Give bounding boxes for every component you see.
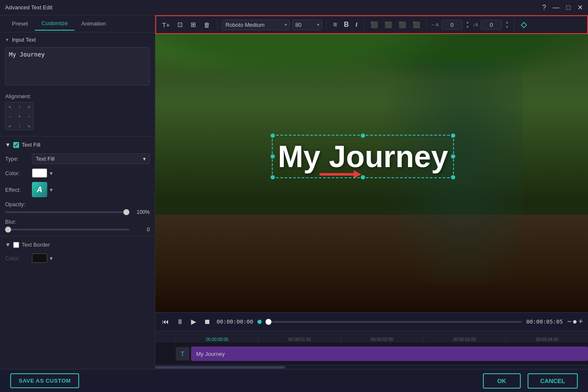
opacity-row: Opacity: 100% bbox=[0, 199, 155, 217]
blur-slider[interactable] bbox=[5, 229, 129, 230]
play-button[interactable]: ▶ bbox=[189, 316, 198, 327]
color-picker-button[interactable]: ◇ bbox=[519, 18, 529, 31]
help-button[interactable]: ? bbox=[542, 4, 546, 11]
handle-top-mid[interactable] bbox=[361, 134, 365, 138]
bold-button[interactable]: B bbox=[342, 19, 351, 30]
zoom-in-button[interactable]: + bbox=[578, 317, 583, 326]
timeline-progress-bar[interactable] bbox=[266, 321, 522, 323]
handle-bot-left[interactable] bbox=[271, 175, 275, 179]
total-time-display: 00:00:05:05 bbox=[526, 318, 563, 325]
type-select[interactable]: Text Fill ▾ bbox=[32, 153, 150, 164]
effect-dropdown-icon[interactable]: ▾ bbox=[50, 187, 53, 193]
preview-text-wrapper[interactable]: My Journey bbox=[272, 135, 454, 178]
text-fill-checkbox[interactable] bbox=[13, 142, 19, 148]
input-text-label: Input Text bbox=[12, 37, 36, 43]
divider-2 bbox=[0, 236, 155, 236]
align-top-center[interactable]: ↑ bbox=[15, 102, 24, 112]
align-center-button[interactable]: ⬛ bbox=[382, 20, 394, 30]
scroll-thumb[interactable] bbox=[155, 366, 285, 369]
input-text-field[interactable]: My Journey bbox=[5, 47, 150, 85]
opacity-slider-container: 100% bbox=[5, 209, 150, 215]
right-panel: T+ ⊡ ⊞ 🗑 Roboto Medium ▾ 80 ▾ ≡ bbox=[155, 15, 588, 369]
alignment-section: Alignment: ↖ ↑ ↗ ← + → ↙ ↓ ↘ bbox=[0, 91, 155, 134]
timeline-thumb[interactable] bbox=[265, 319, 271, 325]
add-text-button[interactable]: T+ bbox=[160, 20, 172, 30]
zoom-out-button[interactable]: − bbox=[567, 317, 572, 326]
align-bot-right[interactable]: ↘ bbox=[24, 121, 34, 131]
blur-label: Blur: bbox=[5, 219, 150, 225]
tab-customize[interactable]: Customize bbox=[35, 17, 74, 31]
cancel-button[interactable]: CANCEL bbox=[528, 373, 578, 389]
delete-button[interactable]: 🗑 bbox=[201, 20, 213, 30]
text-fill-label: Text Fill bbox=[22, 142, 40, 148]
timeline-scrollbar[interactable] bbox=[155, 365, 588, 369]
input-text-header[interactable]: ▼ Input Text bbox=[0, 32, 155, 45]
title-bar-controls: ? — □ ✕ bbox=[542, 3, 583, 11]
align-bot-left[interactable]: ↙ bbox=[6, 121, 15, 131]
align-mid-left[interactable]: ← bbox=[6, 112, 15, 121]
effect-preview[interactable]: A bbox=[32, 182, 47, 197]
blur-value: 0 bbox=[133, 227, 150, 233]
track-clip-label: My Journey bbox=[196, 351, 225, 357]
handle-top-left[interactable] bbox=[271, 134, 275, 138]
align-left-button[interactable]: ⬛ bbox=[368, 20, 380, 30]
color-label: Color: bbox=[5, 170, 29, 176]
minimize-button[interactable]: — bbox=[553, 4, 559, 11]
maximize-button[interactable]: □ bbox=[566, 4, 571, 11]
line-spacing-up[interactable]: ▲ bbox=[505, 20, 510, 25]
tab-preset[interactable]: Preset bbox=[5, 17, 35, 30]
handle-mid-left[interactable] bbox=[271, 154, 275, 159]
effect-row: Effect: A ▾ bbox=[0, 180, 155, 199]
text-border-checkbox[interactable] bbox=[13, 242, 19, 248]
char-spacing-down[interactable]: ▼ bbox=[465, 25, 470, 29]
type-label: Type: bbox=[5, 156, 29, 162]
save-as-custom-button[interactable]: SAVE AS CUSTOM bbox=[10, 373, 79, 388]
transform-button[interactable]: ⊡ bbox=[175, 19, 186, 30]
border-dropdown-icon[interactable]: ▾ bbox=[50, 255, 53, 261]
color-row: Color: ▾ bbox=[0, 166, 155, 180]
tab-animation[interactable]: Animation bbox=[74, 17, 113, 30]
blur-slider-container: 0 bbox=[5, 227, 150, 233]
align-mid-center[interactable]: + bbox=[15, 112, 24, 121]
preview-text: My Journey bbox=[278, 139, 448, 174]
track-type-icon: T bbox=[176, 347, 189, 361]
line-spacing-down[interactable]: ▼ bbox=[505, 25, 510, 29]
align-justify-button[interactable]: ⬛ bbox=[411, 20, 422, 30]
step-back-button[interactable]: ⏸ bbox=[175, 316, 185, 327]
align-top-left[interactable]: ↖ bbox=[6, 102, 15, 112]
opacity-slider[interactable] bbox=[5, 211, 129, 213]
border-color-swatch[interactable] bbox=[32, 253, 47, 263]
text-fill-header[interactable]: ▼ Text Fill bbox=[0, 138, 155, 151]
track-clip[interactable]: My Journey bbox=[191, 347, 588, 361]
align-top-right[interactable]: ↗ bbox=[24, 102, 34, 112]
color-dropdown-icon[interactable]: ▾ bbox=[50, 170, 53, 176]
italic-button[interactable]: I bbox=[354, 20, 360, 30]
toolbar-sep-4 bbox=[426, 20, 427, 30]
close-button[interactable]: ✕ bbox=[577, 3, 583, 11]
ruler-marks: 00:00:00:00 00:00:01:00 00:00:02:00 00:0… bbox=[176, 337, 588, 343]
alignment-grid: ↖ ↑ ↗ ← + → ↙ ↓ ↘ bbox=[5, 102, 33, 130]
fill-color-swatch[interactable] bbox=[32, 168, 47, 178]
stop-button[interactable]: ⏹ bbox=[202, 316, 212, 327]
bar-chart-icon[interactable]: ≡ bbox=[331, 19, 339, 30]
text-selection-box: My Journey bbox=[272, 135, 454, 178]
line-spacing-input[interactable] bbox=[481, 20, 502, 30]
skip-back-button[interactable]: ⏮ bbox=[160, 316, 171, 327]
text-border-header[interactable]: ▼ Text Border bbox=[0, 238, 155, 251]
current-time-display: 00:00:00:00 bbox=[217, 318, 253, 325]
color-swatch-row: ▾ bbox=[32, 168, 53, 178]
align-right-button[interactable]: ⬛ bbox=[397, 20, 408, 30]
char-spacing-up[interactable]: ▲ bbox=[465, 20, 470, 25]
effect-preview-row: A ▾ bbox=[32, 182, 53, 197]
ok-button[interactable]: OK bbox=[483, 373, 521, 389]
align-mid-right[interactable]: → bbox=[24, 112, 34, 121]
char-spacing-icon: ↔A bbox=[431, 22, 439, 27]
font-select[interactable]: Roboto Medium bbox=[222, 20, 290, 30]
char-spacing-input[interactable] bbox=[441, 20, 462, 30]
image-button[interactable]: ⊞ bbox=[188, 19, 199, 30]
font-size-select[interactable]: 80 bbox=[292, 20, 322, 30]
handle-bot-mid[interactable] bbox=[361, 175, 365, 179]
text-border-label: Text Border bbox=[22, 241, 50, 248]
align-bot-center[interactable]: ↓ bbox=[15, 121, 24, 131]
toolbar-sep-5 bbox=[514, 20, 514, 30]
